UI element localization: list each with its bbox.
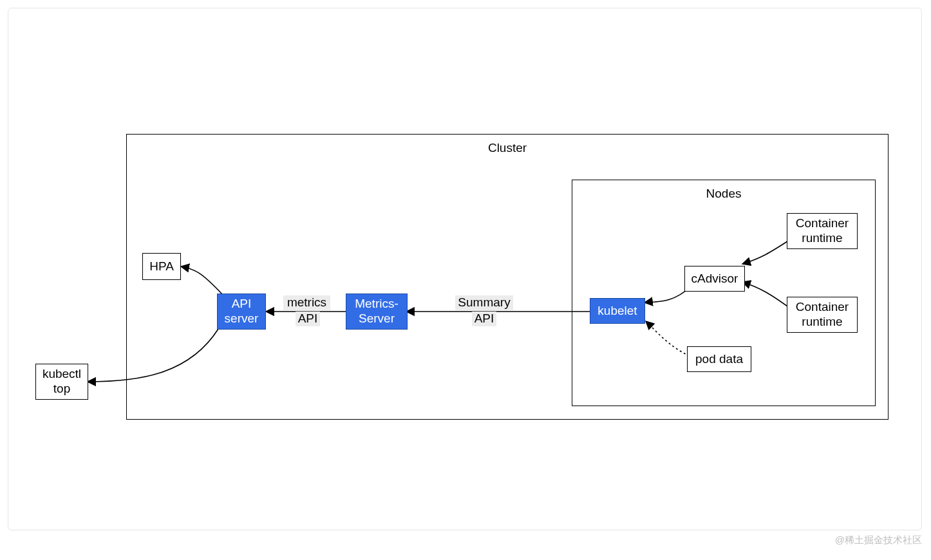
box-hpa-label: HPA xyxy=(149,259,174,274)
box-kubelet-label: kubelet xyxy=(597,304,637,319)
edge-api-to-hpa xyxy=(181,266,223,295)
edge-label-metrics-api-2: API xyxy=(296,312,320,326)
box-api-server: API server xyxy=(217,294,266,330)
edge-crbottom-to-cadvisor xyxy=(742,282,789,308)
box-hpa: HPA xyxy=(142,253,181,280)
edge-api-to-kubectl-top xyxy=(88,329,218,382)
box-metrics-server-label: Metrics- Server xyxy=(355,297,399,326)
box-kubelet: kubelet xyxy=(590,298,645,324)
box-metrics-server: Metrics- Server xyxy=(346,294,408,330)
box-container-runtime-top: Container runtime xyxy=(787,213,858,249)
box-kubectl-top: kubectl top xyxy=(35,364,88,400)
box-cr-bottom-label: Container runtime xyxy=(796,300,849,330)
edge-label-metrics-api-1: metrics xyxy=(283,295,330,310)
diagram-canvas: Cluster Nodes xyxy=(8,8,922,530)
box-cadvisor: cAdvisor xyxy=(684,266,745,292)
edge-label-summary-api-2: API xyxy=(472,312,496,326)
edge-poddata-to-kubelet xyxy=(646,321,690,356)
edge-crtop-to-cadvisor xyxy=(742,240,789,264)
box-kubectl-top-label: kubectl top xyxy=(42,367,81,397)
box-api-server-label: API server xyxy=(225,297,259,326)
edge-label-summary-api-1: Summary xyxy=(455,295,513,310)
box-cadvisor-label: cAdvisor xyxy=(691,272,738,286)
watermark-text: @稀土掘金技术社区 xyxy=(8,534,922,546)
box-cr-top-label: Container runtime xyxy=(796,216,849,246)
box-pod-data: pod data xyxy=(687,346,751,372)
box-container-runtime-bottom: Container runtime xyxy=(787,297,858,333)
box-pod-data-label: pod data xyxy=(695,352,743,367)
